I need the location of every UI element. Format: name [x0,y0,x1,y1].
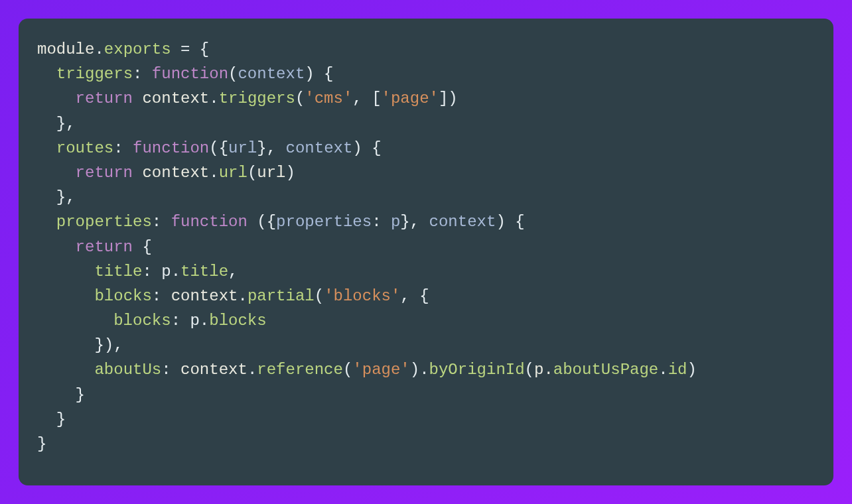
tok-exports: exports [104,40,171,58]
tok-rparen: ) [286,164,295,182]
tok-lbrace: { [267,213,276,231]
tok-rbrace: } [76,386,85,404]
tok-dot: . [209,90,218,107]
tok-context: context [142,164,209,182]
tok-dot: . [94,40,104,58]
tok-comma: , [410,213,429,231]
tok-url-call: url [219,164,248,182]
tok-aboutus-key: aboutUs [94,361,161,379]
tok-lparen: ( [315,287,324,305]
tok-function: function [171,213,257,231]
tok-str-page: 'page' [382,90,439,107]
tok-routes-key: routes [56,139,113,157]
tok-lbrace: { [219,139,228,157]
tok-brace: { [133,238,152,256]
tok-reference-call: reference [257,361,343,379]
tok-dot: . [419,361,429,379]
tok-comma: , [352,90,372,107]
tok-id: id [668,361,687,379]
tok-comma-only: , [228,263,238,281]
tok-dot: . [209,164,218,182]
tok-return: return [76,90,133,107]
tok-lparen: ( [295,90,305,107]
tok-context: context [142,90,209,107]
tok-context-param: context [429,213,496,231]
tok-colon: : [372,213,391,231]
tok-brace: { [315,65,334,83]
tok-rbrace: } [94,336,104,354]
tok-rparen: ) [352,139,362,157]
tok-title-key: title [94,263,142,281]
tok-triggers-key: triggers [56,65,133,83]
tok-colon: : [113,139,133,157]
tok-return: return [76,164,133,182]
tok-blocks-key2: blocks [113,312,171,330]
tok-context: context [171,287,238,305]
tok-sp [133,90,142,107]
tok-comma: , [267,139,286,157]
tok-dot: . [248,361,257,379]
tok-str-page2: 'page' [352,361,409,379]
tok-p-dot: p. [534,361,553,379]
tok-blocks-val: blocks [209,312,266,330]
tok-triggers-call: triggers [219,90,295,107]
tok-comma: , [400,287,419,305]
tok-rparen: ) [410,361,419,379]
tok-context: context [180,361,248,379]
code-content: module.exports = { triggers: function(co… [37,37,815,456]
tok-colon: : [161,361,180,379]
tok-brace: { [506,213,525,231]
tok-colon-p: : p. [142,263,180,281]
tok-rparen-comma: ), [104,336,123,354]
tok-function: function [152,65,228,83]
tok-dot: . [658,361,668,379]
tok-lparen: ( [343,361,352,379]
tok-aboutuspage: aboutUsPage [553,361,658,379]
tok-url-arg: url [257,164,285,182]
tok-rbrace-comma: }, [56,115,76,133]
tok-eq-brace: = { [171,40,210,58]
tok-lparen: ( [228,65,238,83]
tok-colon: : [152,287,171,305]
tok-p-param: p [391,213,400,231]
tok-colon: : [152,213,171,231]
tok-rparen: ) [496,213,505,231]
tok-rparen: ) [687,361,696,379]
tok-rbracket: ] [439,90,448,107]
tok-dot: . [238,287,247,305]
tok-blocks-key: blocks [94,287,151,305]
tok-function: function [133,139,209,157]
tok-properties-param: properties [276,213,372,231]
tok-return: return [76,238,133,256]
tok-brace: { [362,139,382,157]
tok-lparen: ( [525,361,534,379]
tok-rbrace: } [257,139,266,157]
tok-properties-key: properties [56,213,152,231]
tok-module: module [37,40,94,58]
tok-lparen: ( [248,164,257,182]
tok-rbrace: } [37,435,46,453]
tok-context-param: context [286,139,353,157]
tok-lbracket: [ [372,90,381,107]
code-block: module.exports = { triggers: function(co… [19,19,833,485]
tok-rbrace: } [400,213,409,231]
tok-rbrace: } [56,410,66,428]
tok-url-param: url [228,139,257,157]
tok-title-val: title [180,263,228,281]
tok-str-blocks: 'blocks' [324,287,400,305]
tok-lparen: ( [257,213,266,231]
tok-colon: : [133,65,152,83]
tok-rparen: ) [448,90,457,107]
tok-rparen: ) [305,65,314,83]
tok-str-cms: 'cms' [305,90,352,107]
tok-lparen: ( [209,139,218,157]
tok-sp [133,164,142,182]
tok-byoriginid-call: byOriginId [429,361,525,379]
tok-partial-call: partial [248,287,315,305]
tok-context-param: context [238,65,305,83]
tok-rbrace-comma: }, [56,188,76,206]
tok-lbrace: { [419,287,429,305]
tok-colon-p: : p. [171,312,210,330]
